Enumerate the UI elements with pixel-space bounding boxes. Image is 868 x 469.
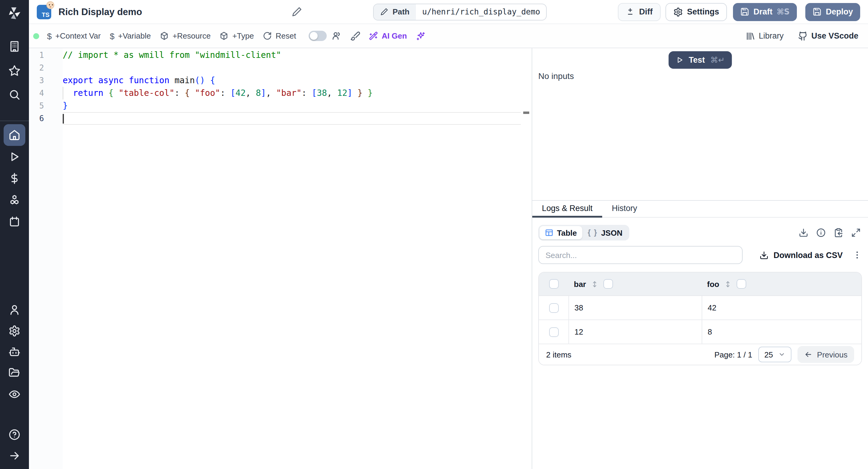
expand-fullscreen-icon[interactable] — [851, 228, 861, 238]
users-person-icon[interactable] — [8, 304, 21, 316]
folders-open-icon[interactable] — [8, 367, 21, 379]
no-inputs-text: No inputs — [538, 71, 574, 81]
workers-robot-icon[interactable] — [8, 346, 21, 358]
draft-shortcut: ⌘S — [777, 7, 789, 16]
path-label-segment: Path — [374, 4, 416, 20]
expand-sidebar-arrow-icon[interactable] — [8, 450, 21, 462]
copy-clipboard-icon[interactable] — [834, 228, 843, 238]
dollar-icon: $ — [110, 32, 115, 40]
ai-gen-label: AI Gen — [381, 31, 407, 40]
code-line[interactable]: // import * as wmill from "windmill-clie… — [63, 49, 530, 61]
line-number: 1 — [29, 49, 63, 61]
settings-gear-icon[interactable] — [8, 325, 21, 337]
path-value[interactable]: u/henri/rich_display_demo — [416, 4, 546, 20]
row-checkbox[interactable] — [549, 327, 558, 337]
resources-cubes-icon[interactable] — [8, 194, 21, 206]
sidebar-item-home[interactable] — [4, 124, 25, 146]
help-icon[interactable] — [8, 429, 21, 441]
run-panel: Test ⌘↵ No inputs — [532, 48, 868, 200]
edit-summary-pencil-icon[interactable] — [292, 7, 302, 17]
context-var-label: +Context Var — [56, 31, 101, 40]
braces-icon: { } — [588, 228, 597, 237]
draft-button[interactable]: Draft ⌘S — [733, 3, 797, 21]
code-line[interactable]: export async function main() { — [63, 74, 530, 87]
sidebar — [0, 0, 29, 469]
column-label: foo — [707, 279, 719, 288]
page-size-select[interactable]: 25 — [758, 347, 792, 362]
table-cell: 42 — [702, 296, 861, 319]
indent-guide — [63, 87, 63, 99]
tab-history[interactable]: History — [602, 201, 647, 217]
search-input[interactable] — [538, 246, 743, 264]
line-number: 6 — [29, 112, 63, 125]
view-table-button[interactable]: Table — [539, 226, 582, 239]
test-button[interactable]: Test ⌘↵ — [668, 51, 732, 69]
column-toggle-checkbox[interactable] — [737, 279, 746, 289]
library-label: Library — [758, 31, 784, 40]
table-footer: 2 items Page: 1 / 1 25 Pre — [539, 344, 861, 365]
settings-label: Settings — [687, 7, 719, 16]
content-split: 123456 // import * as wmill from "windmi… — [29, 48, 868, 469]
previous-page-button[interactable]: Previous — [798, 346, 854, 363]
audit-eye-icon[interactable] — [8, 388, 21, 400]
line-number: 3 — [29, 74, 63, 87]
variables-dollar-icon[interactable] — [8, 173, 21, 184]
save-icon — [740, 7, 749, 16]
sidebar-divider — [0, 121, 29, 121]
search-icon[interactable] — [8, 89, 21, 101]
users-icon[interactable] — [332, 31, 342, 41]
sidebar-lower-group — [8, 304, 21, 400]
settings-button[interactable]: Settings — [665, 3, 727, 21]
page-size-value: 25 — [764, 350, 773, 359]
result-table: bar foo 3842128 — [538, 272, 862, 365]
add-type-button[interactable]: +Type — [220, 31, 254, 40]
add-variable-button[interactable]: $ +Variable — [110, 31, 151, 40]
windmill-logo-icon[interactable] — [6, 5, 23, 22]
use-vscode-button[interactable]: Use VScode — [798, 31, 858, 41]
select-all-checkbox[interactable] — [549, 279, 558, 289]
library-button[interactable]: Library — [745, 31, 784, 41]
favorites-star-icon[interactable] — [8, 64, 21, 76]
column-toggle-checkbox[interactable] — [603, 279, 613, 289]
code-line[interactable] — [63, 61, 530, 74]
sparkles-icon[interactable] — [416, 31, 426, 41]
ai-gen-button[interactable]: AI Gen — [369, 31, 407, 40]
download-result-icon[interactable] — [799, 228, 808, 238]
add-resource-button[interactable]: +Resource — [160, 31, 210, 40]
path-field[interactable]: Path u/henri/rich_display_demo — [373, 3, 547, 20]
gear-icon — [673, 7, 683, 17]
column-header-foo[interactable]: foo — [702, 279, 861, 289]
plus-minus-diff-icon — [626, 7, 635, 16]
row-checkbox[interactable] — [549, 303, 558, 313]
kebab-menu-icon[interactable] — [852, 250, 862, 260]
column-header-bar[interactable]: bar — [568, 279, 702, 289]
wand-sparkles-icon — [369, 31, 378, 40]
reset-button[interactable]: Reset — [263, 31, 296, 40]
reset-rotate-icon — [263, 31, 272, 40]
add-context-var-button[interactable]: $ +Context Var — [47, 31, 101, 40]
code-line[interactable]: return { "table-col": { "foo": [42, 8], … — [63, 87, 530, 99]
code-lines[interactable]: // import * as wmill from "windmill-clie… — [63, 48, 530, 469]
download-csv-button[interactable]: Download as CSV — [760, 250, 843, 259]
package-icon — [160, 31, 169, 40]
main-area: TS Rich Display demo Path u/henri/rich_d… — [29, 0, 868, 469]
baby-emoji-badge — [46, 1, 54, 9]
workspace-building-icon[interactable] — [8, 40, 21, 53]
schedules-calendar-icon[interactable] — [8, 216, 21, 228]
tab-logs-result[interactable]: Logs & Result — [532, 201, 602, 217]
runs-play-icon[interactable] — [8, 151, 21, 163]
code-line[interactable] — [63, 112, 521, 125]
multiplayer-toggle[interactable] — [309, 31, 327, 41]
type-label: +Type — [232, 31, 254, 40]
diff-button[interactable]: Diff — [618, 3, 661, 21]
table-row: 3842 — [539, 296, 861, 320]
download-csv-label: Download as CSV — [773, 250, 843, 259]
code-line[interactable]: } — [63, 99, 530, 112]
view-json-button[interactable]: { } JSON — [582, 226, 628, 239]
code-editor[interactable]: 123456 // import * as wmill from "windmi… — [29, 48, 532, 469]
typescript-language-badge: TS — [37, 4, 51, 19]
header: TS Rich Display demo Path u/henri/rich_d… — [29, 0, 868, 24]
format-paintbrush-icon[interactable] — [350, 31, 361, 41]
info-icon[interactable] — [816, 228, 826, 238]
deploy-button[interactable]: Deploy — [805, 3, 860, 21]
